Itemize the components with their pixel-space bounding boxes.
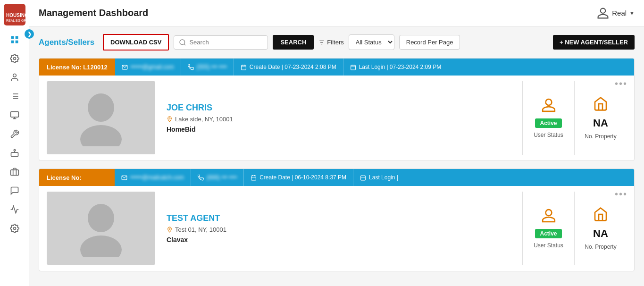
toolbar: Agents/Sellers DOWNLOAD CSV SEARCH path{… <box>39 34 635 50</box>
sidebar-item-dashboard[interactable] <box>5 31 25 48</box>
card-body-1: TEST AGENT Test 01, NY, 10001 Clavax Act… <box>39 186 634 271</box>
svg-rect-15 <box>10 112 18 118</box>
card-more-button-0[interactable]: ••• <box>615 78 627 89</box>
svg-point-19 <box>14 150 15 151</box>
svg-rect-6 <box>15 41 18 43</box>
property-icon-0 <box>593 96 608 113</box>
main-content: Management Dashboard Real ▼ Agents/Selle… <box>29 0 644 286</box>
calendar2-icon <box>350 64 356 70</box>
sidebar-item-robot[interactable] <box>5 144 25 161</box>
card-stats-0: Active User Status NA No. Property <box>522 81 627 155</box>
no-property-label-1: No. Property <box>585 244 616 250</box>
create-date-label-0: Create Date | 07-23-2024 2:08 PM <box>250 64 336 70</box>
sidebar-toggle[interactable]: ❯ <box>25 29 34 39</box>
agent-card-0: License No: L120012 ••••••@gmail.com (55… <box>39 58 635 161</box>
last-login-value-0: Last Login | 07-23-2024 2:09 PM <box>359 64 442 70</box>
agent-location-0: Lake side, NY, 10001 <box>167 116 515 123</box>
card-body-wrapper-0: ••• JOE CHRIS Lake side, NY, 10001 HomeB… <box>39 76 634 160</box>
user-status-icon-1 <box>541 208 556 225</box>
logo[interactable]: HOUSING REAL BG GROUP <box>4 4 25 25</box>
sidebar-item-monitor[interactable] <box>5 107 25 124</box>
svg-point-25 <box>180 40 185 45</box>
card-license-0: License No: L120012 <box>39 59 115 76</box>
search-button[interactable]: SEARCH <box>273 35 314 50</box>
svg-point-36 <box>88 93 114 122</box>
card-header-info-0: ••••••@gmail.com (555) ••• •••• Create D… <box>115 59 634 76</box>
card-last-login-1: Last Login | <box>353 169 405 186</box>
search-input[interactable] <box>189 39 255 46</box>
phone-value-0: (555) ••• •••• <box>197 64 227 70</box>
sidebar-item-chat[interactable] <box>5 182 25 199</box>
agents-sellers-title: Agents/Sellers <box>39 38 94 47</box>
card-stats-1: Active User Status NA No. Property <box>522 192 627 265</box>
sidebar-item-settings2[interactable] <box>5 220 25 237</box>
sidebar-item-users[interactable] <box>5 69 25 86</box>
svg-rect-28 <box>241 65 246 70</box>
page-area: Agents/Sellers DOWNLOAD CSV SEARCH path{… <box>29 26 644 286</box>
download-csv-button[interactable]: DOWNLOAD CSV <box>103 34 169 50</box>
agent-name-0[interactable]: JOE CHRIS <box>167 103 515 113</box>
placeholder-avatar-1 <box>77 200 125 257</box>
username-label: Real <box>612 9 627 17</box>
svg-rect-3 <box>11 36 14 39</box>
agent-info-0: JOE CHRIS Lake side, NY, 10001 HomeBid <box>163 81 515 155</box>
user-status-label-1: User Status <box>534 242 563 249</box>
sidebar-item-settings[interactable] <box>5 50 25 67</box>
phone-icon <box>198 175 204 181</box>
agent-company-0: HomeBid <box>167 126 515 133</box>
svg-text:REAL BG GROUP: REAL BG GROUP <box>6 19 25 22</box>
card-create-date-1: Create Date | 06-10-2024 8:37 PM <box>244 169 353 186</box>
card-create-date-0: Create Date | 07-23-2024 2:08 PM <box>234 59 343 76</box>
user-menu[interactable]: Real ▼ <box>597 7 635 19</box>
svg-rect-23 <box>10 170 18 176</box>
svg-point-47 <box>88 204 114 232</box>
svg-rect-39 <box>251 176 256 180</box>
filters-label: Filters <box>327 39 343 46</box>
header: Management Dashboard Real ▼ <box>29 0 644 26</box>
agent-location-1: Test 01, NY, 10001 <box>167 226 515 233</box>
email-value-1: ••••••@mailcatch.com <box>130 174 184 181</box>
card-email-1: ••••••@mailcatch.com <box>115 169 191 186</box>
agent-info-1: TEST AGENT Test 01, NY, 10001 Clavax <box>163 192 515 265</box>
filter-icon: path{stroke:currentColor;stroke-width:2;… <box>318 39 325 46</box>
card-header-1: License No: ••••••@mailcatch.com (666) •… <box>39 169 634 186</box>
user-status-label-0: User Status <box>534 132 563 138</box>
svg-text:HOUSING: HOUSING <box>6 13 25 18</box>
svg-point-48 <box>80 236 122 257</box>
no-property-value-1: NA <box>593 227 608 240</box>
agent-photo-1 <box>47 192 155 265</box>
no-property-label-0: No. Property <box>585 133 616 140</box>
svg-point-7 <box>13 58 16 60</box>
sidebar-item-tools[interactable] <box>5 126 25 143</box>
create-date-label-1: Create Date | 06-10-2024 8:37 PM <box>259 174 346 181</box>
sidebar-item-reports[interactable] <box>5 201 25 218</box>
placeholder-avatar-0 <box>77 90 125 146</box>
sidebar-item-list[interactable] <box>5 88 25 105</box>
card-email-0: ••••••@gmail.com <box>115 59 181 76</box>
agent-card-1: License No: ••••••@mailcatch.com (666) •… <box>39 168 635 271</box>
user-status-icon-0 <box>541 98 556 115</box>
stat-user-status-0: Active User Status <box>523 81 575 155</box>
status-select[interactable]: All Status Active Inactive <box>349 34 394 50</box>
card-more-button-1[interactable]: ••• <box>615 189 627 200</box>
sidebar-item-briefcase[interactable] <box>5 163 25 180</box>
email-value-0: ••••••@gmail.com <box>131 64 174 70</box>
search-wrapper <box>174 35 268 50</box>
card-last-login-0: Last Login | 07-23-2024 2:09 PM <box>343 59 448 76</box>
chevron-down-icon: ▼ <box>629 10 635 16</box>
svg-line-26 <box>184 44 186 45</box>
card-header-info-1: ••••••@mailcatch.com (666) ••• •••• Crea… <box>115 169 634 186</box>
card-body-0: JOE CHRIS Lake side, NY, 10001 HomeBid A… <box>39 76 634 160</box>
new-agent-button[interactable]: + NEW AGENT/SELLER <box>553 35 635 50</box>
agents-list: License No: L120012 ••••••@gmail.com (55… <box>39 58 635 271</box>
last-login-value-1: Last Login | <box>369 174 398 181</box>
svg-point-8 <box>13 74 16 77</box>
card-license-1: License No: <box>39 169 115 186</box>
filters-button[interactable]: path{stroke:currentColor;stroke-width:2;… <box>318 39 343 46</box>
stat-user-status-1: Active User Status <box>523 192 575 265</box>
agent-name-1[interactable]: TEST AGENT <box>167 213 515 223</box>
no-property-value-0: NA <box>593 117 608 129</box>
svg-rect-5 <box>11 41 14 43</box>
active-badge-0: Active <box>535 118 561 128</box>
calendar-icon <box>251 175 257 181</box>
